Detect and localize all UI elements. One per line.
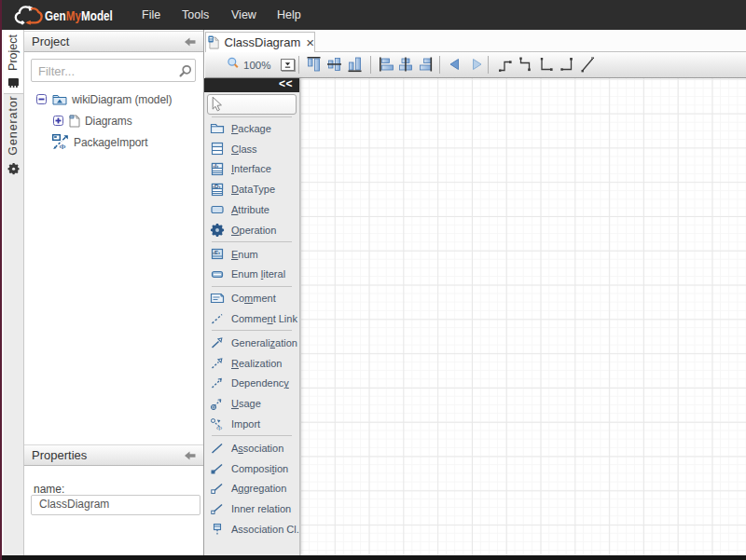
svg-text:‹E›: ‹E› — [213, 250, 220, 256]
svg-text:‹I›: ‹I› — [60, 143, 66, 150]
svg-text:‹I›: ‹I› — [216, 425, 222, 431]
svg-text:‹I›: ‹I› — [213, 162, 218, 169]
svg-text:‹D›: ‹D› — [213, 183, 221, 189]
